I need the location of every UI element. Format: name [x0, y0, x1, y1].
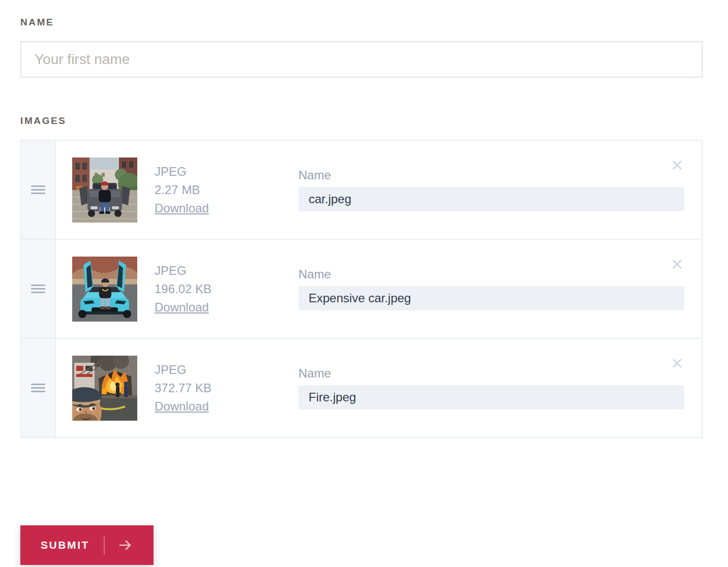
- image-thumbnail-fire: [72, 356, 137, 421]
- download-link[interactable]: Download: [155, 300, 209, 314]
- file-name-field: Name: [298, 168, 684, 211]
- file-name-input[interactable]: [298, 385, 684, 410]
- file-type: JPEG: [155, 163, 298, 181]
- file-name-input[interactable]: [298, 187, 684, 211]
- first-name-input[interactable]: [20, 41, 703, 78]
- image-thumbnail-car: [72, 158, 137, 223]
- name-section-label: NAME: [20, 17, 703, 28]
- file-type: JPEG: [155, 262, 298, 280]
- file-name-label: Name: [298, 366, 684, 381]
- image-row-content: JPEG 372.77 KB Download Name: [56, 339, 702, 437]
- submit-button[interactable]: SUBMIT: [20, 525, 154, 565]
- drag-handle[interactable]: [21, 141, 56, 239]
- image-row-content: JPEG 196.02 KB Download Name: [56, 240, 702, 338]
- file-meta: JPEG 196.02 KB Download: [155, 262, 298, 317]
- drag-handle-icon: [31, 185, 45, 194]
- drag-handle-icon: [31, 384, 45, 392]
- drag-handle-icon: [31, 285, 45, 293]
- close-icon: [670, 356, 684, 370]
- close-icon: [670, 158, 684, 172]
- download-link[interactable]: Download: [155, 201, 209, 215]
- file-meta: JPEG 2.27 MB Download: [155, 163, 298, 217]
- file-size: 372.77 KB: [155, 379, 298, 397]
- form-page: NAME IMAGES: [0, 0, 728, 458]
- image-row-expensive-car: JPEG 196.02 KB Download Name: [21, 240, 702, 339]
- close-icon: [670, 257, 684, 271]
- remove-image-button[interactable]: [670, 158, 684, 172]
- drag-handle[interactable]: [21, 240, 56, 338]
- file-name-field: Name: [298, 267, 684, 310]
- file-size: 196.02 KB: [155, 280, 298, 298]
- file-name-field: Name: [298, 366, 684, 410]
- image-row-car: JPEG 2.27 MB Download Name: [21, 141, 702, 240]
- drag-handle[interactable]: [21, 339, 56, 437]
- submit-label: SUBMIT: [41, 539, 89, 551]
- button-divider: [104, 536, 105, 554]
- file-meta: JPEG 372.77 KB Download: [155, 361, 298, 416]
- file-name-input[interactable]: [298, 286, 684, 310]
- remove-image-button[interactable]: [670, 257, 684, 271]
- arrow-right-icon: [118, 539, 133, 551]
- image-row-fire: JPEG 372.77 KB Download Name: [21, 339, 702, 437]
- file-size: 2.27 MB: [155, 181, 298, 199]
- images-section-label: IMAGES: [20, 115, 703, 127]
- file-name-label: Name: [298, 267, 684, 281]
- image-upload-list: JPEG 2.27 MB Download Name: [20, 140, 703, 438]
- file-type: JPEG: [155, 361, 298, 379]
- remove-image-button[interactable]: [670, 356, 684, 370]
- image-thumbnail-expensive-car: [72, 257, 137, 322]
- file-name-label: Name: [298, 168, 684, 182]
- image-row-content: JPEG 2.27 MB Download Name: [56, 141, 702, 239]
- download-link[interactable]: Download: [155, 399, 209, 413]
